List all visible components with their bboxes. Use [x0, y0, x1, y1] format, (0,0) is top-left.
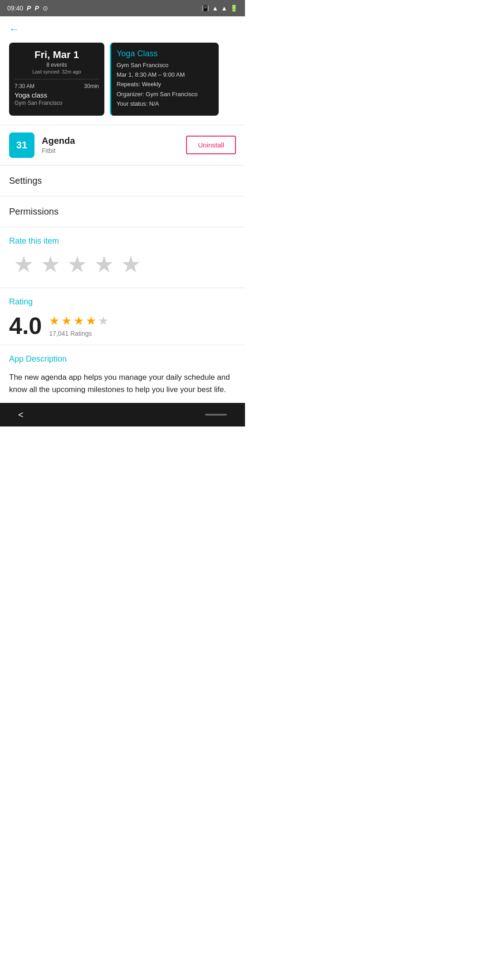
wifi-icon: ▲ [212, 5, 218, 12]
card1-divider [15, 79, 99, 79]
rating-count: 17,041 Ratings [49, 330, 108, 337]
card1-location: Gym San Francisco [15, 100, 99, 106]
rating-star-3: ★ [74, 314, 84, 328]
rating-star-2: ★ [61, 314, 72, 328]
card2-title: Yoga Class [117, 49, 213, 59]
permissions-label: Permissions [9, 206, 59, 216]
card1-time: 7:30 AM [15, 83, 34, 89]
status-bar-right: 📳 ▲ ▲ 🔋 [201, 5, 238, 12]
rate-section: Rate this item ★ ★ ★ ★ ★ [0, 227, 245, 288]
status-bar-left: 09:40 P P ⊙ [7, 5, 48, 12]
status-icon-p2: P [34, 5, 39, 12]
card2-line3: Repeats: Weekly [117, 80, 213, 88]
card1-duration: 30min [84, 83, 99, 89]
rating-star-5: ★ [98, 314, 108, 328]
battery-icon: 🔋 [230, 5, 238, 12]
bottom-back-button[interactable]: < [18, 410, 24, 420]
vibrate-icon: 📳 [201, 5, 209, 12]
description-text: The new agenda app helps you manage your… [9, 371, 236, 396]
rating-star-4: ★ [86, 314, 96, 328]
rating-label: Rating [9, 297, 236, 307]
app-info-left: 31 Agenda Fitbit [9, 132, 75, 158]
card1-events: 8 events [15, 62, 99, 68]
home-indicator[interactable] [205, 414, 227, 416]
settings-label: Settings [9, 176, 42, 186]
screenshots-section: Fri, Mar 1 8 events Last synced: 32m ago… [0, 43, 245, 125]
rate-label: Rate this item [9, 236, 236, 246]
app-info-section: 31 Agenda Fitbit Uninstall [0, 125, 245, 166]
rating-details: ★ ★ ★ ★ ★ 17,041 Ratings [49, 314, 108, 337]
rate-star-4[interactable]: ★ [94, 253, 114, 276]
screenshot-card-1: Fri, Mar 1 8 events Last synced: 32m ago… [9, 43, 104, 116]
status-icon-p1: P [27, 5, 31, 12]
card2-line4: Organizer: Gym San Francisco [117, 90, 213, 98]
rate-star-5[interactable]: ★ [121, 253, 141, 276]
description-section: App Description The new agenda app helps… [0, 345, 245, 403]
rating-star-1: ★ [49, 314, 59, 328]
app-icon-number: 31 [16, 139, 27, 151]
rate-star-2[interactable]: ★ [40, 253, 61, 276]
app-text: Agenda Fitbit [42, 136, 75, 154]
rating-stars: ★ ★ ★ ★ ★ [49, 314, 108, 328]
rating-score: 4.0 [9, 314, 42, 338]
settings-item[interactable]: Settings [0, 166, 245, 196]
card1-synced: Last synced: 32m ago [15, 69, 99, 74]
rate-star-1[interactable]: ★ [14, 253, 34, 276]
app-name: Agenda [42, 136, 75, 146]
app-icon: 31 [9, 132, 34, 158]
status-bar: 09:40 P P ⊙ 📳 ▲ ▲ 🔋 [0, 0, 245, 16]
card1-date: Fri, Mar 1 [15, 49, 99, 61]
card1-event-name: Yoga class [15, 91, 99, 99]
top-nav: ← [0, 16, 245, 43]
rate-star-3[interactable]: ★ [67, 253, 88, 276]
signal-icon: ▲ [221, 5, 227, 12]
card2-line1: Gym San Francisco [117, 61, 213, 69]
status-time: 09:40 [7, 5, 23, 12]
bottom-nav: < [0, 403, 245, 426]
back-button[interactable]: ← [9, 24, 19, 35]
card2-line2: Mar 1, 8:30 AM – 9:00 AM [117, 71, 213, 79]
screenshot-card-2: Yoga Class Gym San Francisco Mar 1, 8:30… [110, 43, 219, 116]
rating-row: 4.0 ★ ★ ★ ★ ★ 17,041 Ratings [9, 314, 236, 338]
status-icon-circle: ⊙ [43, 5, 48, 12]
description-label: App Description [9, 354, 236, 364]
card1-time-row: 7:30 AM 30min [15, 83, 99, 89]
card2-line5: Your status: N/A [117, 100, 213, 108]
rating-section: Rating 4.0 ★ ★ ★ ★ ★ 17,041 Ratings [0, 288, 245, 345]
uninstall-button[interactable]: Uninstall [186, 136, 236, 154]
rate-stars-row: ★ ★ ★ ★ ★ [9, 253, 236, 276]
app-developer: Fitbit [42, 147, 75, 154]
permissions-item[interactable]: Permissions [0, 196, 245, 227]
